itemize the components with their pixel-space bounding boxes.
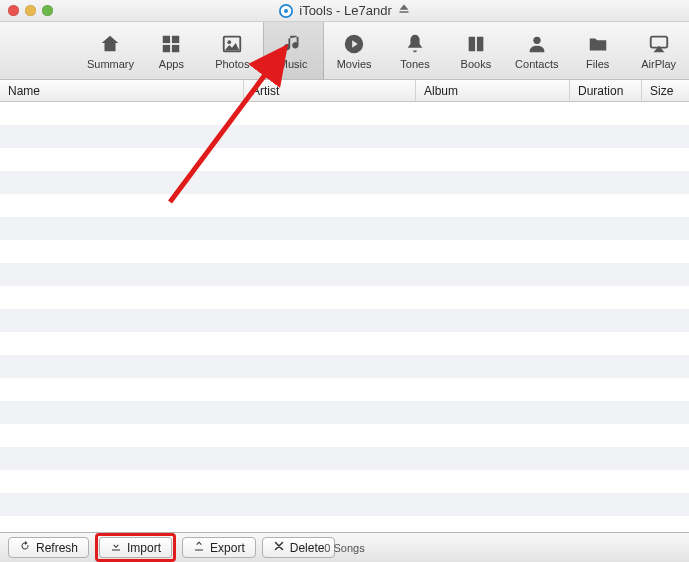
table-row [0,286,689,309]
refresh-icon [19,540,31,555]
tab-label: Contacts [515,58,558,70]
import-label: Import [127,541,161,555]
window-title-text: iTools - Le7andr [299,3,392,18]
status-song-count: 0 Songs [324,542,364,554]
svg-rect-5 [172,35,179,42]
export-button[interactable]: Export [182,537,256,558]
column-size[interactable]: Size [642,80,689,101]
column-duration[interactable]: Duration [570,80,642,101]
apps-icon [158,32,184,56]
table-row [0,447,689,470]
minimize-window-button[interactable] [25,5,36,16]
table-row [0,102,689,125]
svg-point-12 [533,36,540,43]
toolbar: Summary Apps Photos Music Movies Tones B… [0,22,689,80]
zoom-window-button[interactable] [42,5,53,16]
table-row [0,148,689,171]
svg-point-1 [284,8,288,12]
music-icon [280,32,306,56]
svg-rect-6 [163,44,170,51]
window-title: iTools - Le7andr [0,3,689,18]
title-bar: iTools - Le7andr [0,0,689,22]
tab-airplay[interactable]: AirPlay [628,22,689,79]
import-button[interactable]: Import [99,537,172,558]
bell-icon [402,32,428,56]
close-window-button[interactable] [8,5,19,16]
tab-label: Movies [337,58,372,70]
contacts-icon [524,32,550,56]
import-highlight-box: Import [95,533,176,562]
tab-label: Books [461,58,492,70]
tab-tones[interactable]: Tones [385,22,446,79]
table-row [0,263,689,286]
delete-icon [273,540,285,555]
svg-rect-4 [163,35,170,42]
table-row [0,516,689,532]
refresh-label: Refresh [36,541,78,555]
tab-contacts[interactable]: Contacts [506,22,567,79]
tab-music[interactable]: Music [263,22,324,79]
svg-marker-2 [399,5,408,10]
photos-icon [219,32,245,56]
table-row [0,378,689,401]
table-row [0,470,689,493]
tab-label: Files [586,58,609,70]
song-list[interactable] [0,102,689,532]
table-row [0,240,689,263]
svg-rect-3 [399,11,408,13]
table-row [0,424,689,447]
tab-summary[interactable]: Summary [80,22,141,79]
table-row [0,125,689,148]
tab-label: Music [279,58,308,70]
table-row [0,217,689,240]
column-name[interactable]: Name [0,80,244,101]
table-row [0,401,689,424]
books-icon [463,32,489,56]
tab-label: AirPlay [641,58,676,70]
refresh-button[interactable]: Refresh [8,537,89,558]
svg-rect-7 [172,44,179,51]
svg-point-0 [280,4,292,16]
svg-point-9 [228,40,232,44]
tab-label: Tones [400,58,429,70]
tab-label: Apps [159,58,184,70]
itools-app-icon [279,4,293,18]
table-row [0,309,689,332]
folder-icon [585,32,611,56]
table-row [0,332,689,355]
export-label: Export [210,541,245,555]
tab-photos[interactable]: Photos [202,22,263,79]
movies-icon [341,32,367,56]
delete-label: Delete [290,541,325,555]
column-headers: Name Artist Album Duration Size [0,80,689,102]
tab-label: Photos [215,58,249,70]
home-icon [97,32,123,56]
column-album[interactable]: Album [416,80,570,101]
table-row [0,171,689,194]
tab-movies[interactable]: Movies [324,22,385,79]
window-controls [0,5,53,16]
tab-books[interactable]: Books [445,22,506,79]
column-artist[interactable]: Artist [244,80,416,101]
airplay-icon [646,32,672,56]
tab-files[interactable]: Files [567,22,628,79]
export-icon [193,540,205,555]
tab-apps[interactable]: Apps [141,22,202,79]
import-icon [110,540,122,555]
table-row [0,493,689,516]
table-row [0,194,689,217]
tab-label: Summary [87,58,134,70]
eject-icon[interactable] [398,3,410,18]
table-row [0,355,689,378]
bottom-toolbar: Refresh Import Export Delete 0 Songs [0,532,689,562]
